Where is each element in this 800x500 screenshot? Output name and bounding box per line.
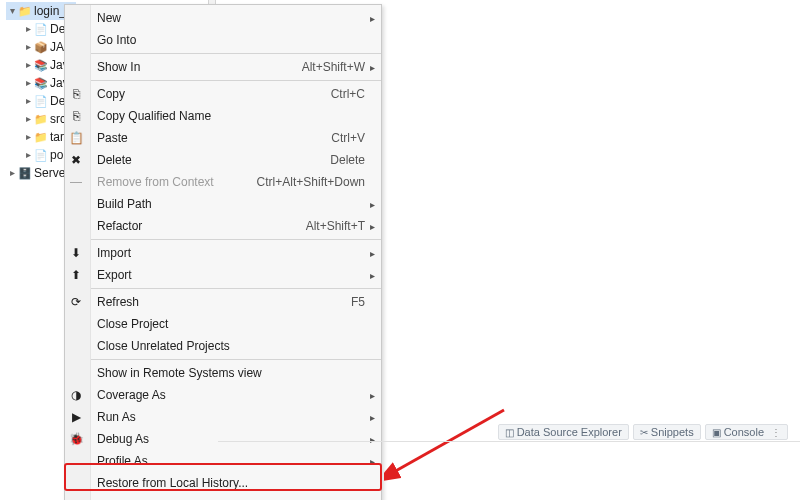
menu-item-show-in[interactable]: Show InAlt+Shift+W▸ [91, 56, 381, 78]
menu-item-label: Go Into [97, 33, 365, 47]
menu-item-label: Profile As [97, 454, 365, 468]
menu-item-label: Debug As [97, 432, 365, 446]
menu-item-label: Restore from Local History... [97, 476, 365, 490]
menu-item-refactor[interactable]: RefactorAlt+Shift+T▸ [91, 215, 381, 237]
menu-item-label: Build Path [97, 197, 365, 211]
menu-item-label: Remove from Context [97, 175, 257, 189]
console-icon: ▣ [712, 427, 721, 438]
menu-item-restore-from-local-history[interactable]: Restore from Local History... [91, 472, 381, 494]
menu-item-label: Close Unrelated Projects [97, 339, 365, 353]
menu-item-close-project[interactable]: Close Project [91, 313, 381, 335]
folder-icon: 📁 [34, 112, 48, 126]
submenu-chevron-icon: ▸ [365, 62, 375, 73]
menu-item-java-ee-tools[interactable]: Java EE Tools▸ [91, 494, 381, 500]
expander-closed-icon[interactable]: ▸ [22, 38, 34, 56]
expander-closed-icon[interactable]: ▸ [22, 74, 34, 92]
menu-item-label: Copy [97, 87, 331, 101]
import-icon: ⬇ [67, 246, 85, 260]
menu-item-accelerator: Delete [330, 153, 365, 167]
tab-label: Snippets [651, 426, 694, 438]
folder-icon: 📄 [34, 148, 48, 162]
menu-item-copy-qualified-name[interactable]: ⎘Copy Qualified Name [91, 105, 381, 127]
expander-closed-icon[interactable]: ▸ [22, 110, 34, 128]
menu-separator [91, 239, 381, 240]
delete-icon: ✖ [67, 153, 85, 167]
submenu-chevron-icon: ▸ [365, 456, 375, 467]
folder-icon: 📄 [34, 22, 48, 36]
tab-snippets[interactable]: ✂Snippets [633, 424, 701, 440]
menu-item-new[interactable]: New▸ [91, 7, 381, 29]
tab-pin-icon: ⋮ [771, 427, 781, 438]
menu-separator [91, 288, 381, 289]
views-tab-bar[interactable]: ◫Data Source Explorer✂Snippets▣Console⋮ [498, 424, 788, 440]
paste-icon: 📋 [67, 131, 85, 145]
menu-item-label: Export [97, 268, 365, 282]
folder-icon: 📚 [34, 58, 48, 72]
expander-closed-icon[interactable]: ▸ [22, 146, 34, 164]
menu-item-remove-from-context: —Remove from ContextCtrl+Alt+Shift+Down [91, 171, 381, 193]
menu-item-go-into[interactable]: Go Into [91, 29, 381, 51]
menu-item-refresh[interactable]: ⟳RefreshF5 [91, 291, 381, 313]
menu-item-label: Close Project [97, 317, 365, 331]
menu-item-show-in-remote-systems-view[interactable]: Show in Remote Systems view [91, 362, 381, 384]
project-icon: 📁 [18, 4, 32, 18]
expander-open-icon[interactable]: ▾ [6, 2, 18, 20]
menu-item-run-as[interactable]: ▶Run As▸ [91, 406, 381, 428]
submenu-chevron-icon: ▸ [365, 412, 375, 423]
menu-item-import[interactable]: ⬇Import▸ [91, 242, 381, 264]
menu-item-label: New [97, 11, 365, 25]
debug-icon: 🐞 [67, 432, 85, 446]
expander-closed-icon[interactable]: ▸ [22, 92, 34, 110]
submenu-chevron-icon: ▸ [365, 390, 375, 401]
menu-item-export[interactable]: ⬆Export▸ [91, 264, 381, 286]
menu-item-close-unrelated-projects[interactable]: Close Unrelated Projects [91, 335, 381, 357]
menu-item-delete[interactable]: ✖DeleteDelete [91, 149, 381, 171]
menu-item-accelerator: Ctrl+Alt+Shift+Down [257, 175, 365, 189]
menu-item-build-path[interactable]: Build Path▸ [91, 193, 381, 215]
copy-icon: ⎘ [67, 109, 85, 123]
menu-item-paste[interactable]: 📋PasteCtrl+V [91, 127, 381, 149]
submenu-chevron-icon: ▸ [365, 270, 375, 281]
menu-separator [91, 359, 381, 360]
menu-item-label: Coverage As [97, 388, 365, 402]
refresh-icon: ⟳ [67, 295, 85, 309]
menu-item-accelerator: Alt+Shift+T [306, 219, 365, 233]
menu-item-label: Paste [97, 131, 331, 145]
coverage-icon: ◑ [67, 388, 85, 402]
tab-data-source-explorer[interactable]: ◫Data Source Explorer [498, 424, 629, 440]
menu-item-profile-as[interactable]: Profile As▸ [91, 450, 381, 472]
snip-icon: ✂ [640, 427, 648, 438]
menu-item-debug-as[interactable]: 🐞Debug As▸ [91, 428, 381, 450]
menu-item-label: Refactor [97, 219, 306, 233]
submenu-chevron-icon: ▸ [365, 199, 375, 210]
menu-separator [91, 80, 381, 81]
expander-closed-icon[interactable]: ▸ [6, 164, 18, 182]
submenu-chevron-icon: ▸ [365, 221, 375, 232]
expander-closed-icon[interactable]: ▸ [22, 56, 34, 74]
submenu-chevron-icon: ▸ [365, 434, 375, 445]
folder-icon: 📚 [34, 76, 48, 90]
minus-icon: — [67, 175, 85, 189]
tab-label: Data Source Explorer [517, 426, 622, 438]
menu-item-copy[interactable]: ⎘CopyCtrl+C [91, 83, 381, 105]
menu-item-label: Delete [97, 153, 330, 167]
submenu-chevron-icon: ▸ [365, 248, 375, 259]
servers-icon: 🗄️ [18, 166, 32, 180]
tab-console[interactable]: ▣Console⋮ [705, 424, 788, 440]
folder-icon: 📁 [34, 130, 48, 144]
expander-closed-icon[interactable]: ▸ [22, 20, 34, 38]
context-menu[interactable]: New▸Go IntoShow InAlt+Shift+W▸⎘CopyCtrl+… [64, 4, 382, 500]
folder-icon: 📄 [34, 94, 48, 108]
menu-item-coverage-as[interactable]: ◑Coverage As▸ [91, 384, 381, 406]
menu-separator [91, 53, 381, 54]
annotation-arrow [384, 405, 514, 485]
divider [218, 441, 800, 442]
run-icon: ▶ [67, 410, 85, 424]
menu-item-accelerator: F5 [351, 295, 365, 309]
export-icon: ⬆ [67, 268, 85, 282]
menu-item-label: Show In [97, 60, 302, 74]
menu-item-accelerator: Ctrl+C [331, 87, 365, 101]
expander-closed-icon[interactable]: ▸ [22, 128, 34, 146]
menu-item-accelerator: Ctrl+V [331, 131, 365, 145]
tab-label: Console [724, 426, 764, 438]
